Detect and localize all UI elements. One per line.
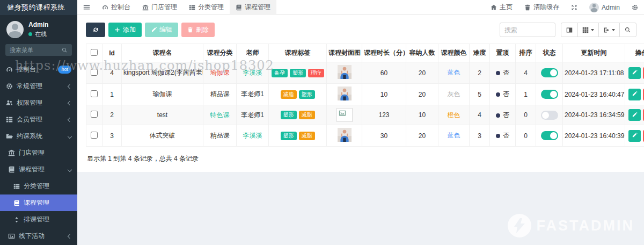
export-dropdown-button[interactable] xyxy=(598,23,620,37)
difficulty-cell: 3 xyxy=(470,125,490,147)
home-link[interactable]: 主页 xyxy=(485,0,518,15)
color-cell: 蓝色 xyxy=(438,62,470,84)
sidebar-item-course-management[interactable]: 课程管理 xyxy=(0,194,77,211)
sidebar-item-label: 课程管理 xyxy=(19,165,45,174)
tab-categories[interactable]: 分类管理 xyxy=(183,0,230,15)
category-cell: 特色课 xyxy=(203,105,237,125)
course-cover-image[interactable] xyxy=(338,128,352,142)
teacher-cell: 李老师1 xyxy=(237,84,269,105)
category-cell: 精品课 xyxy=(203,84,237,105)
pinned-dot-icon xyxy=(496,71,500,75)
edit-label: 编辑 xyxy=(159,25,172,34)
course-tag: 塑形 xyxy=(299,90,315,99)
tags-cell: 减脂塑形 xyxy=(269,84,327,105)
row-edit-button[interactable] xyxy=(628,130,641,142)
column-header: 操作 xyxy=(625,44,644,62)
chevron-left-icon xyxy=(68,117,72,121)
sort-icon xyxy=(13,217,20,223)
course-cover-image[interactable] xyxy=(338,87,352,100)
settings-button[interactable] xyxy=(626,0,644,15)
sidebar-item-label: 权限管理 xyxy=(17,98,42,107)
column-header: Id xyxy=(103,44,122,62)
select-all-checkbox[interactable] xyxy=(91,49,98,56)
brand-title: 健身预约课程系统 xyxy=(0,0,77,15)
tab-label: 控制台 xyxy=(111,3,130,12)
tab-dashboard[interactable]: 控制台 xyxy=(96,0,136,15)
sidebar-search-input[interactable] xyxy=(10,47,62,53)
teacher-link: 李溪溪 xyxy=(243,69,262,76)
clear-cache-button[interactable]: 清除缓存 xyxy=(518,0,565,15)
column-header: 课程颜色 xyxy=(438,44,470,62)
duration-cell: 60 xyxy=(362,62,406,84)
columns-dropdown-button[interactable] xyxy=(577,23,599,37)
id-cell: 3 xyxy=(103,125,122,147)
teacher-link: 李老师1 xyxy=(241,90,264,98)
table-search xyxy=(500,23,555,37)
row-edit-button[interactable] xyxy=(628,109,641,121)
course-cover-image[interactable] xyxy=(338,65,352,79)
table-row: 1瑜伽课精品课李老师1减脂塑形 1020灰色5否12024-01-23 16:4… xyxy=(86,84,644,105)
sidebar-item-permissions[interactable]: 权限管理 xyxy=(0,95,77,111)
edit-button[interactable]: 编辑 xyxy=(145,23,178,37)
tab-label: 课程管理 xyxy=(245,3,270,12)
cover-cell xyxy=(327,62,362,84)
sidebar-item-label: 常规管理 xyxy=(17,82,42,91)
columns-icon xyxy=(566,27,573,33)
grid-icon xyxy=(582,27,589,33)
refresh-button[interactable] xyxy=(86,23,105,37)
tab-course-management[interactable]: 课程管理 xyxy=(230,0,276,15)
column-header: 置顶 xyxy=(490,44,516,62)
course-name-cell: kingsport 瑜伽课2(李茜茜老师) xyxy=(122,62,203,84)
column-header: 排序 xyxy=(516,44,536,62)
course-name-cell: 瑜伽课 xyxy=(122,84,203,105)
row-checkbox[interactable] xyxy=(91,111,98,118)
table-search-input[interactable] xyxy=(500,23,555,37)
sidebar-item-members[interactable]: 会员管理 xyxy=(0,111,77,128)
broken-image-placeholder[interactable] xyxy=(336,108,353,122)
course-panel: 添加 编辑 删除 xyxy=(77,15,644,172)
column-header: 课程分类 xyxy=(203,44,237,62)
gears-icon xyxy=(632,4,638,11)
sidebar-toggle-button[interactable] xyxy=(77,0,96,15)
sidebar-item-general[interactable]: 常规管理 xyxy=(0,78,77,95)
list-icon xyxy=(189,4,195,11)
status-toggle[interactable] xyxy=(541,131,558,140)
capacity-cell: 20 xyxy=(406,62,438,84)
column-header: 课程名 xyxy=(122,44,203,62)
sidebar-item-category-management[interactable]: 分类管理 xyxy=(0,178,77,194)
sidebar-item-stores[interactable]: 门店管理 xyxy=(0,145,77,161)
row-checkbox[interactable] xyxy=(91,90,98,97)
row-edit-button[interactable] xyxy=(628,67,641,79)
row-checkbox[interactable] xyxy=(91,69,98,76)
pinned-text: 否 xyxy=(503,90,509,98)
delete-button[interactable]: 删除 xyxy=(181,23,215,37)
users-icon xyxy=(6,99,13,106)
column-header: 课程标签 xyxy=(269,44,327,62)
sort-cell: 1 xyxy=(516,84,536,105)
row-checkbox[interactable] xyxy=(91,132,98,139)
course-table-body: 4kingsport 瑜伽课2(李茜茜老师)瑜伽课李溪溪备孕塑形理疗 6020蓝… xyxy=(86,62,644,147)
status-toggle[interactable] xyxy=(541,111,558,120)
sidebar-item-schedule-management[interactable]: 排课管理 xyxy=(0,211,77,228)
record-summary: 显示第 1 到第 4 条记录，总共 4 条记录 xyxy=(86,147,636,170)
category-text: 特色课 xyxy=(210,111,230,119)
advanced-search-button[interactable] xyxy=(619,23,636,37)
sidebar-item-dashboard[interactable]: 控制台 hot xyxy=(0,61,77,78)
tags-cell: 塑形减脂 xyxy=(269,125,327,147)
sidebar-item-label: 分类管理 xyxy=(24,182,49,191)
user-menu[interactable]: Admin xyxy=(583,0,626,15)
sidebar-search xyxy=(5,44,72,56)
fullscreen-button[interactable] xyxy=(565,0,583,15)
row-edit-button[interactable] xyxy=(628,89,641,100)
add-button[interactable]: 添加 xyxy=(108,23,142,37)
sidebar-item-booking-system[interactable]: 约课系统 xyxy=(0,128,77,145)
tab-stores[interactable]: 门店管理 xyxy=(136,0,183,15)
sidebar-item-offline-activities[interactable]: 线下活动 xyxy=(0,228,77,244)
sidebar-item-courses[interactable]: 课程管理 xyxy=(0,161,77,178)
avatar xyxy=(6,21,24,38)
column-header: 课程时长（分） xyxy=(362,44,406,62)
updated-cell: 2024-01-23 16:40:47 xyxy=(563,84,625,105)
status-toggle[interactable] xyxy=(541,90,558,99)
toggle-view-button[interactable] xyxy=(561,23,578,37)
status-toggle[interactable] xyxy=(541,68,558,77)
